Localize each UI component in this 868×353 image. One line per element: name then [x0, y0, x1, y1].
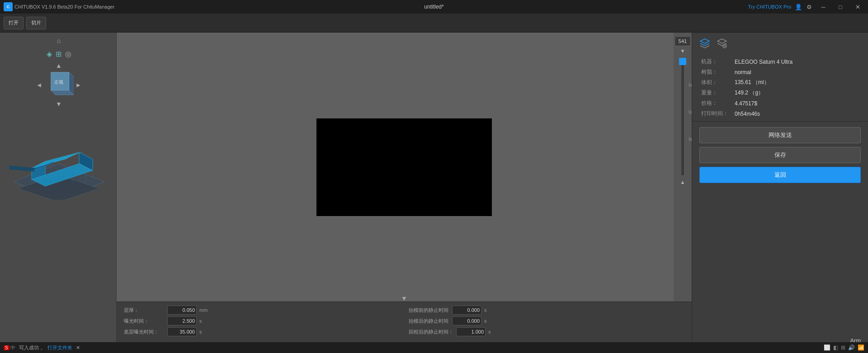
- nav-right-arrow[interactable]: ►: [75, 81, 82, 89]
- info-section: 机器： ELEGOO Saturn 4 Ultra 树脂： normal 体积：…: [692, 54, 868, 122]
- right-panel: 机器： ELEGOO Saturn 4 Ultra 树脂： normal 体积：…: [692, 33, 868, 353]
- minimize-button[interactable]: ─: [816, 0, 830, 14]
- nav-up-arrow[interactable]: ▲: [36, 62, 82, 69]
- after-lift-row: 抬模后的静止时间 s: [409, 316, 684, 325]
- ime-icon: S: [4, 345, 9, 350]
- weight-row: 重量： 149.2 （g）: [701, 89, 859, 97]
- back-button[interactable]: 返回: [699, 167, 861, 183]
- bottom-exposure-label: 底层曝光时间：: [124, 329, 165, 335]
- machine-label: 机器：: [701, 58, 733, 66]
- layer-number-input[interactable]: [675, 36, 691, 46]
- tray-icon-2: ◧: [833, 344, 838, 351]
- nav-eye-icon[interactable]: ◎: [65, 50, 71, 58]
- after-lift-label: 抬模后的静止时间: [409, 318, 449, 325]
- nav-middle-row: ◄ 左视 ►: [36, 70, 82, 99]
- resin-row: 树脂： normal: [701, 68, 859, 76]
- svg-rect-22: [9, 165, 36, 172]
- settings-layers-icon[interactable]: [715, 36, 729, 51]
- weight-label: 重量：: [701, 89, 733, 97]
- params-grid: 层厚： mm 曝光时间： s 底层曝光时间： s 抬模前的静止时间 s: [124, 306, 684, 336]
- bottom-exposure-row: 底层曝光时间： s: [124, 327, 400, 336]
- resin-value: normal: [735, 69, 751, 75]
- open-button[interactable]: 打开: [4, 17, 24, 29]
- exposure-input[interactable]: [167, 316, 197, 325]
- try-pro-button[interactable]: Try CHITUBOX Pro: [748, 4, 791, 9]
- model-preview: [9, 109, 108, 200]
- close-button[interactable]: ✕: [851, 0, 864, 14]
- params-col2: 抬模前的静止时间 s 抬模后的静止时间 s 回程后的静止时间： s: [409, 306, 684, 336]
- layer-up-button[interactable]: ▲: [680, 179, 685, 185]
- layer-slider-area: ▼ ¼ ½ ¾ ▲: [674, 33, 692, 301]
- model-svg: [9, 109, 108, 200]
- bottom-exposure-input[interactable]: [167, 327, 197, 336]
- svg-text:左视: 左视: [54, 80, 63, 85]
- right-icon-row: [698, 36, 863, 51]
- statusbar-close-icon[interactable]: ✕: [76, 345, 80, 351]
- ime-mode: 中: [10, 344, 15, 351]
- titlebar: C CHITUBOX V1.9.6 Beta20 For ChituManage…: [0, 0, 868, 14]
- tray-icon-1: ⬜: [824, 344, 830, 351]
- price-value: 4.47517$: [735, 100, 757, 107]
- layer-preview: [316, 118, 492, 216]
- document-title: untitled*: [424, 4, 443, 10]
- exposure-row: 曝光时间： s: [124, 316, 400, 325]
- before-lift-row: 抬模前的静止时间 s: [409, 306, 684, 315]
- save-button[interactable]: 保存: [699, 147, 861, 163]
- nav-cube-container: ▲ ◄ 左视: [36, 62, 82, 108]
- nav-left-arrow[interactable]: ◄: [36, 81, 42, 89]
- nav-home-icon[interactable]: ⌂: [57, 37, 61, 44]
- volume-label: 体积：: [701, 79, 733, 86]
- after-retract-unit: s: [488, 329, 491, 334]
- after-retract-label: 回程后的静止时间：: [409, 329, 453, 335]
- print-time-value: 0h54m46s: [735, 111, 760, 117]
- layer-thickness-input[interactable]: [167, 306, 197, 315]
- price-row: 价格： 4.47517$: [701, 99, 859, 107]
- machine-value: ELEGOO Saturn 4 Ultra: [735, 59, 793, 65]
- price-label: 价格：: [701, 99, 733, 107]
- slice-button[interactable]: 切片: [26, 17, 46, 29]
- app-title: CHITUBOX V1.9.6 Beta20 For ChituManager: [14, 4, 114, 9]
- layer-down-button[interactable]: ▼: [680, 48, 685, 54]
- bottom-panel: ▼ 层厚： mm 曝光时间： s 底层曝光时间： s 抬模前的静止时间: [117, 301, 692, 342]
- cube-svg: 左视: [44, 70, 74, 99]
- action-buttons: 网络发送 保存 返回: [692, 122, 868, 188]
- weight-value: 149.2 （g）: [735, 89, 764, 97]
- app-logo: C: [4, 2, 13, 11]
- nav-cube: 左视: [44, 70, 74, 99]
- nav-cube-area: ⌂ ◈ ⊞ ◎ ▲ ◄: [5, 37, 113, 118]
- layer-slider-track: ¼ ½ ¾: [681, 58, 684, 175]
- open-folder-link[interactable]: 打开文件夹: [47, 344, 72, 351]
- volume-value: 135.61 （ml）: [735, 79, 769, 86]
- after-lift-unit: s: [484, 318, 487, 324]
- nav-down-arrow[interactable]: ▼: [36, 100, 82, 108]
- before-lift-input[interactable]: [452, 306, 481, 315]
- right-icons-area: [692, 33, 868, 54]
- after-retract-input[interactable]: [456, 327, 486, 336]
- person-icon[interactable]: 👤: [795, 3, 802, 10]
- after-lift-input[interactable]: [452, 316, 481, 325]
- layer-thickness-unit: mm: [199, 307, 208, 313]
- print-time-label: 打印时间：: [701, 110, 733, 118]
- svg-line-18: [50, 152, 84, 163]
- layers-icon[interactable]: [698, 36, 712, 51]
- before-lift-unit: s: [484, 307, 487, 313]
- maximize-button[interactable]: □: [834, 0, 847, 14]
- toolbar: 打开 切片: [0, 14, 868, 33]
- after-retract-row: 回程后的静止时间： s: [409, 327, 684, 336]
- ime-area: S 中: [4, 344, 15, 351]
- nav-view-icon[interactable]: ⊞: [56, 50, 61, 58]
- tray-icon-4: 🔊: [848, 344, 855, 351]
- layer-slider-thumb[interactable]: [679, 58, 686, 65]
- params-col1: 层厚： mm 曝光时间： s 底层曝光时间： s: [124, 306, 400, 336]
- exposure-label: 曝光时间：: [124, 318, 165, 325]
- bottom-exposure-unit: s: [199, 329, 202, 334]
- write-success-text: 写入成功，: [19, 344, 44, 351]
- main-viewport: [117, 33, 692, 301]
- bottom-toggle-button[interactable]: ▼: [401, 295, 407, 302]
- exposure-unit: s: [199, 318, 202, 324]
- nav-3d-icon[interactable]: ◈: [47, 50, 52, 58]
- network-send-button[interactable]: 网络发送: [699, 127, 861, 143]
- gear-icon[interactable]: ⚙: [806, 3, 813, 10]
- left-panel: ⌂ ◈ ⊞ ◎ ▲ ◄: [0, 33, 117, 342]
- volume-row: 体积： 135.61 （ml）: [701, 79, 859, 86]
